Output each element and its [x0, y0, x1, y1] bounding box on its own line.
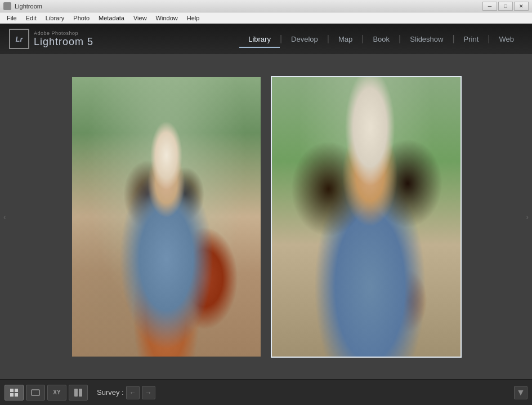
tab-web[interactable]: Web	[490, 32, 524, 47]
bottom-toolbar: XY Survey : ← → ▼	[0, 379, 532, 405]
menu-view[interactable]: View	[129, 14, 151, 23]
person-overlay-left	[72, 77, 261, 357]
prev-photo-button[interactable]: ←	[126, 386, 140, 399]
titlebar-left: Lightroom	[3, 2, 42, 10]
tab-library[interactable]: Library	[239, 32, 280, 47]
lr-logo: Lr	[9, 29, 29, 49]
svg-rect-1	[15, 389, 18, 392]
nav-tabs: Library | Develop | Map | Book | Slidesh…	[239, 32, 523, 47]
compare-label: XY	[53, 389, 60, 395]
tab-map[interactable]: Map	[329, 32, 361, 47]
menu-help[interactable]: Help	[182, 14, 204, 23]
app-icon	[3, 2, 11, 10]
tab-slideshow[interactable]: Slideshow	[401, 32, 452, 47]
right-panel-toggle[interactable]: ›	[524, 201, 531, 233]
title-bar: Lightroom ─ □ ✕	[0, 0, 532, 12]
survey-view-button[interactable]	[69, 385, 88, 400]
svg-rect-6	[79, 389, 82, 397]
close-button[interactable]: ✕	[514, 2, 529, 11]
svg-rect-4	[32, 390, 39, 395]
menu-bar: File Edit Library Photo Metadata View Wi…	[0, 12, 532, 24]
tab-book[interactable]: Book	[364, 32, 399, 47]
adobe-label: Adobe Photoshop	[34, 30, 93, 36]
app-name: Lightroom 5	[34, 36, 93, 48]
next-photo-button[interactable]: →	[142, 386, 155, 399]
loupe-icon	[31, 388, 40, 397]
svg-rect-5	[74, 389, 78, 397]
svg-rect-3	[15, 393, 18, 397]
photo-right[interactable]	[272, 77, 461, 357]
loupe-view-button[interactable]	[26, 385, 45, 400]
minimize-button[interactable]: ─	[482, 2, 497, 11]
main-content: ‹ ›	[0, 54, 532, 379]
menu-library[interactable]: Library	[41, 14, 69, 23]
tab-print[interactable]: Print	[455, 32, 488, 47]
svg-rect-0	[10, 389, 14, 392]
top-nav: Lr Adobe Photoshop Lightroom 5 Library |…	[0, 24, 532, 54]
photo-right-image	[272, 77, 461, 357]
menu-edit[interactable]: Edit	[21, 14, 41, 23]
menu-metadata[interactable]: Metadata	[94, 14, 129, 23]
menu-photo[interactable]: Photo	[69, 14, 94, 23]
brand-text: Adobe Photoshop Lightroom 5	[34, 30, 93, 48]
photo-left-image	[72, 77, 261, 357]
svg-rect-2	[10, 393, 14, 397]
grid-view-button[interactable]	[5, 385, 24, 400]
survey-label: Survey :	[97, 388, 124, 397]
maximize-button[interactable]: □	[498, 2, 513, 11]
filmstrip-toggle[interactable]: ▼	[514, 386, 527, 399]
menu-window[interactable]: Window	[151, 14, 182, 23]
menu-file[interactable]: File	[2, 14, 21, 23]
survey-icon	[74, 388, 83, 397]
photo-left[interactable]	[72, 77, 261, 357]
person-overlay-right	[272, 77, 461, 357]
window-title: Lightroom	[15, 3, 42, 10]
window-controls[interactable]: ─ □ ✕	[482, 2, 529, 11]
tab-develop[interactable]: Develop	[282, 32, 327, 47]
left-panel-toggle[interactable]: ‹	[1, 201, 8, 233]
compare-view-button[interactable]: XY	[47, 385, 66, 400]
brand: Lr Adobe Photoshop Lightroom 5	[9, 29, 93, 49]
grid-icon	[10, 388, 19, 397]
